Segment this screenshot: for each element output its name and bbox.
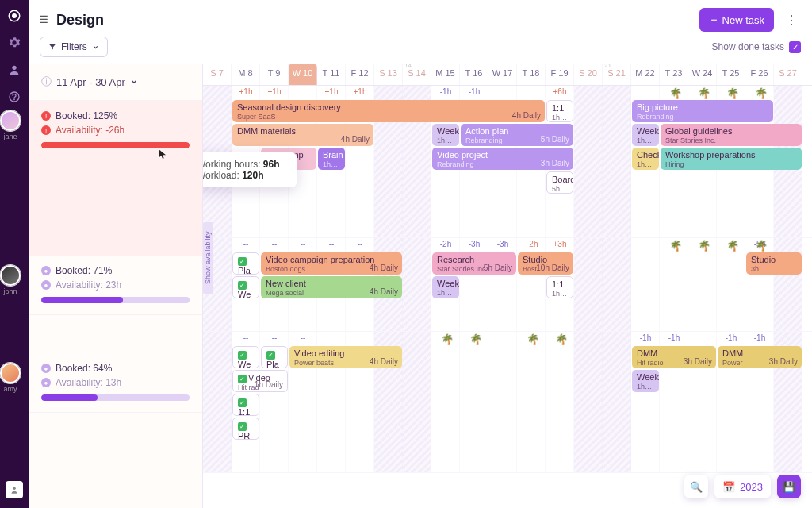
vacation-icon: 🌴 [469, 333, 482, 345]
task-block[interactable]: ✓We1h… [232, 346, 259, 368]
profile-icon[interactable] [6, 481, 23, 498]
toolbar: Filters Show done tasks ✓ [29, 37, 812, 64]
hours-delta [774, 238, 802, 252]
task-block[interactable]: 1:11h… [546, 276, 573, 298]
vacation-icon: 🌴 [669, 87, 682, 99]
svg-point-2 [12, 66, 16, 70]
vacation-icon: 🌴 [441, 333, 454, 345]
schedule-grid: Show availability S 7M 8T 9W 10T 11F 12S… [203, 64, 812, 508]
show-done-toggle[interactable]: Show done tasks ✓ [712, 41, 801, 53]
task-block[interactable]: ✓Pla2h… [261, 346, 288, 368]
check-icon: ✓ [238, 398, 247, 407]
help-icon[interactable] [6, 89, 22, 105]
year-selector[interactable]: 📅 2023 [714, 475, 771, 498]
gear-icon[interactable] [6, 35, 22, 51]
day-header-cell[interactable]: T 11 [317, 64, 346, 85]
day-header-cell[interactable]: M 8 [232, 64, 260, 85]
person-name: john [0, 287, 21, 295]
day-header-cell[interactable]: T 23 [660, 64, 688, 85]
more-menu-button[interactable]: ⋮ [782, 10, 801, 31]
avatar[interactable] [0, 110, 21, 131]
day-header-cell[interactable]: T 9 [260, 64, 289, 85]
task-block[interactable]: Video campaign preparationBoston dogs4h … [261, 252, 402, 275]
day-header-cell[interactable]: W 24 [688, 64, 717, 85]
task-block[interactable]: Action planRebranding5h Daily [461, 124, 573, 146]
zoom-button[interactable]: 🔍 [684, 475, 708, 498]
task-block[interactable]: ✓Pla7h… [232, 252, 259, 275]
person-card-amy[interactable]: ●Booked: 64% ●Availability: 13h [29, 353, 202, 413]
orbit-icon[interactable] [6, 8, 22, 24]
day-header-cell[interactable]: M 22 [631, 64, 660, 85]
task-block[interactable]: New clientMega social4h Daily [261, 276, 402, 298]
hours-delta: -1h [717, 332, 745, 346]
task-block[interactable]: ✓1:1 [232, 394, 259, 416]
task-block[interactable]: ✓PR [232, 418, 259, 440]
task-block[interactable]: Week1h… [632, 370, 659, 392]
day-header-cell[interactable]: T 16 [460, 64, 488, 85]
hamburger-icon[interactable]: ☰ [40, 14, 48, 25]
hours-delta: -- [289, 238, 317, 252]
task-block[interactable]: DMMHit radio3h Daily [632, 346, 716, 368]
task-block[interactable]: Seasonal design discoverySuper SaaS4h Da… [232, 100, 545, 122]
task-block[interactable]: Video editingPower beats4h Daily [289, 346, 402, 368]
hours-delta: -1h [660, 332, 688, 346]
task-block[interactable]: ✓VideoHit rad1h Daily [232, 370, 288, 392]
day-header-cell[interactable]: T 18 [517, 64, 546, 85]
show-availability-tab[interactable]: Show availability [203, 222, 213, 294]
date-range-selector[interactable]: ⓘ 11 Apr - 30 Apr [29, 64, 202, 101]
check-icon: ✓ [238, 281, 247, 290]
alert-icon: ! [41, 125, 51, 135]
task-block[interactable]: 1:11h… [546, 100, 573, 122]
task-block[interactable]: DMMPower3h Daily [718, 346, 802, 368]
task-block[interactable]: ✓We1h… [232, 276, 259, 298]
save-view-button[interactable]: 💾 [777, 475, 801, 498]
task-block[interactable]: Workshop preparationsHiring [661, 148, 802, 170]
hours-delta [574, 332, 603, 346]
day-header-cell[interactable]: S 27 [774, 64, 802, 85]
new-task-button[interactable]: ＋ New task [699, 8, 774, 32]
hours-delta [203, 332, 232, 346]
day-header-cell[interactable]: S 2121 [603, 64, 631, 85]
day-header-cell[interactable]: S 1414 [403, 64, 431, 85]
hours-delta: -3h [460, 238, 488, 252]
task-block[interactable]: Board5h… [546, 171, 573, 194]
check-icon: ✓ [238, 375, 247, 383]
day-header-cell[interactable]: M 15 [431, 64, 460, 85]
task-block[interactable]: Brain1h… [318, 148, 345, 170]
day-header-cell[interactable]: S 7 [203, 64, 232, 85]
people-icon[interactable] [6, 62, 22, 78]
day-header-cell[interactable]: F 26 [745, 64, 774, 85]
task-block[interactable]: Global guidelinesStar Stories Inc. [661, 124, 802, 146]
task-block[interactable]: StudioBost10h Daily [518, 252, 573, 275]
day-header-cell[interactable]: S 13 [374, 64, 403, 85]
task-block[interactable]: Week1h… [432, 276, 459, 298]
person-card-jane[interactable]: !Booked: 125% !Availability: -26h [29, 101, 202, 160]
task-block[interactable]: Video projectRebranding3h Daily [432, 148, 573, 170]
workload-tooltip: Working hours: 96h Workload: 120h [203, 152, 297, 187]
task-block[interactable]: ResearchStar Stories Inc.5h Daily [432, 252, 516, 275]
clock-icon: ● [41, 364, 51, 373]
task-block[interactable]: Check1h… [632, 148, 659, 170]
task-block[interactable]: Big pictureRebranding [632, 100, 773, 122]
hours-delta [603, 86, 631, 100]
task-block[interactable]: Week1h… [432, 124, 459, 146]
clock-icon: ● [41, 280, 51, 290]
task-block[interactable]: DMM materials4h Daily [232, 124, 373, 146]
day-header-cell[interactable]: F 19 [546, 64, 574, 85]
avatar[interactable] [0, 265, 21, 286]
day-header-cell[interactable]: T 25 [717, 64, 745, 85]
vacation-icon: 🌴 [555, 333, 568, 345]
filters-button[interactable]: Filters [40, 37, 108, 57]
day-header-cell[interactable]: W 10 [289, 64, 317, 85]
hours-delta [488, 86, 517, 100]
hours-delta [488, 332, 517, 346]
day-header-cell[interactable]: F 12 [346, 64, 374, 85]
task-block[interactable]: Week1h… [632, 124, 659, 146]
hours-delta: +3h [546, 238, 574, 252]
day-header-cell[interactable]: W 17 [488, 64, 517, 85]
person-card-john[interactable]: ●Booked: 71% ●Availability: 23h [29, 256, 202, 315]
task-block[interactable]: Studio3h… [746, 252, 802, 275]
avatar[interactable] [0, 363, 21, 383]
person-name: jane [0, 133, 21, 140]
day-header-cell[interactable]: S 20 [574, 64, 603, 85]
